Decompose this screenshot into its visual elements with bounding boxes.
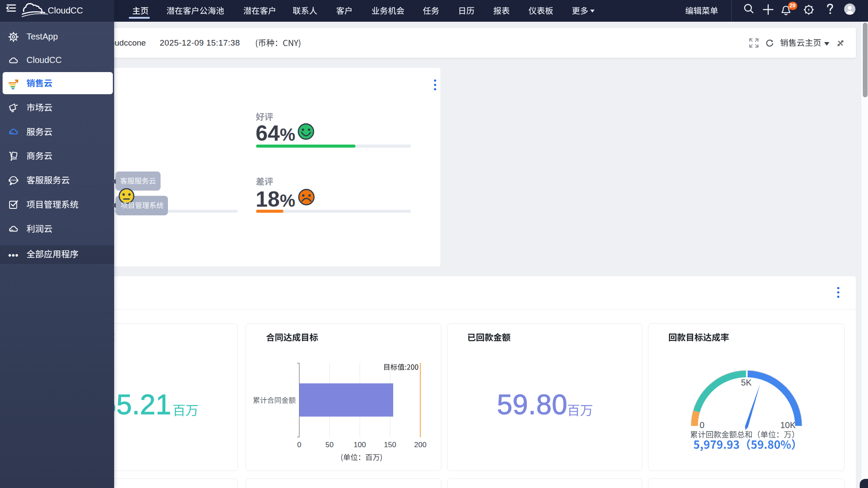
svg-text:200: 200 — [414, 441, 426, 449]
svg-text:5K: 5K — [741, 378, 752, 387]
svg-text:0: 0 — [297, 441, 301, 449]
svg-text:50: 50 — [325, 441, 333, 449]
svg-text:10K: 10K — [780, 420, 796, 430]
svg-text:100: 100 — [353, 441, 365, 449]
svg-text:150: 150 — [384, 441, 396, 449]
svg-text:0: 0 — [700, 420, 704, 430]
